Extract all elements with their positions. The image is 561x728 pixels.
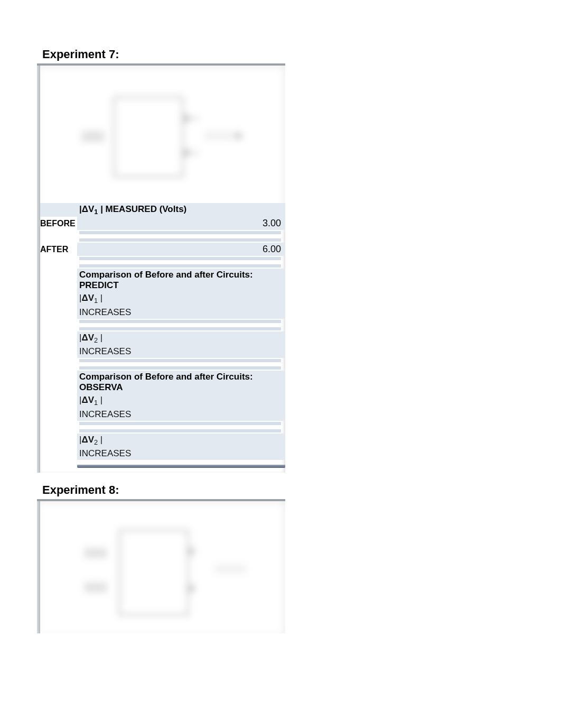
predict-header: Comparison of Before and after Circuits:… bbox=[77, 269, 285, 292]
measured-header-row: |ΔV1 | MEASURED (Volts) bbox=[40, 203, 285, 217]
circuit-diagram-8 bbox=[40, 501, 285, 633]
svg-point-11 bbox=[186, 547, 195, 556]
circuit-sketch-8 bbox=[67, 517, 257, 623]
svg-rect-0 bbox=[114, 97, 183, 177]
measured-header: |ΔV1 | MEASURED (Volts) bbox=[77, 203, 285, 217]
observa-dv2-label-row: |ΔV2 | bbox=[40, 434, 285, 447]
observa-header-row: Comparison of Before and after Circuits:… bbox=[40, 371, 285, 394]
observa-dv2-label: |ΔV2 | bbox=[77, 434, 285, 447]
svg-point-2 bbox=[181, 114, 190, 123]
predict-dv1-label: |ΔV1 | bbox=[77, 292, 285, 306]
spacer-row-1 bbox=[40, 230, 285, 243]
predict-dv1-value: INCREASES bbox=[77, 306, 285, 319]
svg-rect-1 bbox=[82, 132, 104, 141]
svg-rect-13 bbox=[214, 565, 246, 573]
predict-dv1-label-row: |ΔV1 | bbox=[40, 292, 285, 306]
svg-rect-10 bbox=[85, 583, 106, 592]
experiment-7-data: |ΔV1 | MEASURED (Volts) BEFORE 3.00 bbox=[40, 203, 285, 473]
svg-rect-8 bbox=[119, 530, 188, 615]
measured-header-text: | MEASURED (Volts) bbox=[98, 204, 186, 214]
observa-dv2-value: INCREASES bbox=[77, 447, 285, 460]
svg-point-12 bbox=[186, 584, 195, 593]
predict-header-row: Comparison of Before and after Circuits:… bbox=[40, 269, 285, 292]
spacer-row-3 bbox=[40, 319, 285, 331]
experiment-8-block: Experiment 8: bbox=[37, 483, 285, 633]
svg-point-3 bbox=[181, 149, 190, 157]
predict-dv1-value-row: INCREASES bbox=[40, 306, 285, 319]
svg-rect-9 bbox=[85, 549, 106, 557]
observa-dv2-value-row: INCREASES bbox=[40, 447, 285, 460]
spacer-row-5 bbox=[40, 421, 285, 434]
circuit-sketch bbox=[67, 81, 257, 187]
svg-rect-6 bbox=[204, 132, 233, 140]
observa-dv1-label: |ΔV1 | bbox=[77, 394, 285, 408]
after-label: AFTER bbox=[40, 245, 77, 254]
experiment-7-body: |ΔV1 | MEASURED (Volts) BEFORE 3.00 bbox=[37, 66, 285, 473]
experiment-7-title: Experiment 7: bbox=[37, 48, 285, 66]
dv-symbol: ΔV bbox=[82, 204, 95, 214]
before-label: BEFORE bbox=[40, 219, 77, 228]
observa-header: Comparison of Before and after Circuits:… bbox=[77, 371, 285, 394]
predict-dv2-value-row: INCREASES bbox=[40, 345, 285, 358]
page: Experiment 7: bbox=[0, 0, 561, 728]
bottom-band-row bbox=[40, 460, 285, 473]
before-value: 3.00 bbox=[77, 217, 285, 230]
svg-point-7 bbox=[235, 132, 242, 140]
spacer-row-2 bbox=[40, 256, 285, 269]
experiment-8-title: Experiment 8: bbox=[37, 483, 285, 501]
observa-dv1-value: INCREASES bbox=[77, 408, 285, 421]
predict-dv2-value: INCREASES bbox=[77, 345, 285, 358]
experiment-7-block: Experiment 7: bbox=[37, 48, 285, 473]
spacer-row-4 bbox=[40, 358, 285, 371]
observa-dv1-value-row: INCREASES bbox=[40, 408, 285, 421]
observa-dv1-label-row: |ΔV1 | bbox=[40, 394, 285, 408]
predict-dv2-label-row: |ΔV2 | bbox=[40, 331, 285, 345]
after-row: AFTER 6.00 bbox=[40, 243, 285, 256]
after-value: 6.00 bbox=[77, 243, 285, 256]
predict-dv2-label: |ΔV2 | bbox=[77, 331, 285, 345]
experiment-8-body bbox=[37, 501, 285, 633]
circuit-diagram-7 bbox=[40, 66, 285, 203]
before-row: BEFORE 3.00 bbox=[40, 217, 285, 230]
